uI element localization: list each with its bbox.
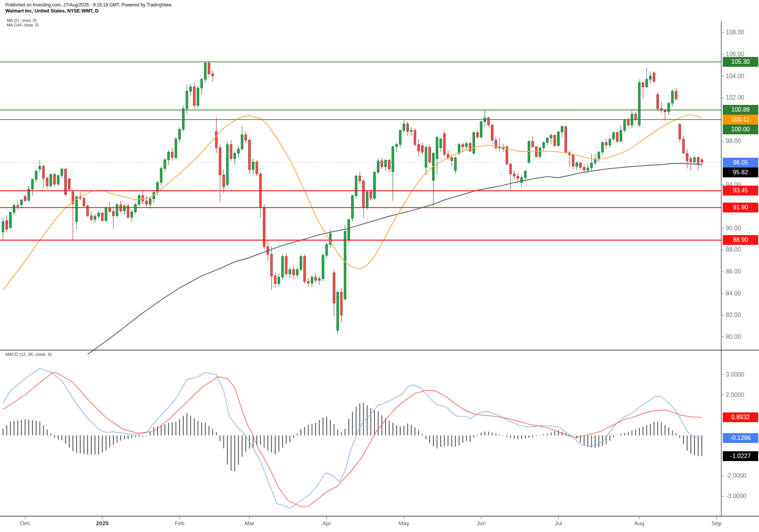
candle-body (68, 179, 71, 189)
chart-plot[interactable] (0, 0, 759, 532)
candle-body (138, 195, 140, 204)
macd-axis-tick: -2.0000 (726, 472, 756, 480)
candle-body (238, 149, 240, 154)
candle-body (179, 129, 181, 139)
time-axis-label-2025: 2025 (89, 520, 116, 526)
candle-body (579, 163, 582, 168)
candle-body (311, 277, 313, 283)
candle-body (587, 168, 589, 170)
candle-body (333, 273, 335, 303)
candle-body (134, 204, 137, 212)
candle-body (204, 63, 207, 79)
candle-body (315, 277, 317, 280)
candle-body (572, 155, 574, 166)
candle-body (373, 172, 376, 198)
candle-body (443, 134, 446, 154)
support-label: 88.90 (723, 235, 758, 245)
time-axis-label-Apr: Apr (313, 520, 340, 526)
candle-body (42, 166, 45, 178)
candle-body (46, 178, 48, 186)
candle-body (602, 142, 604, 152)
candle-body (363, 181, 365, 207)
candle-body (623, 120, 626, 131)
candle-body (642, 83, 644, 87)
candle-body (83, 198, 85, 206)
candle-body (230, 145, 232, 158)
published-note: Published on Investing.com, 27/Aug/2025 … (5, 2, 173, 8)
candle-body (469, 143, 471, 151)
candle-body (436, 137, 438, 158)
candle-body (17, 205, 19, 206)
candle-body (197, 88, 199, 105)
candle-body (399, 131, 401, 145)
price-axis-tick: 88.00 (726, 246, 756, 254)
support-label: 91.90 (723, 203, 758, 212)
ma144-legend: MA (144, close, 0) (7, 23, 39, 27)
candle-body (90, 216, 93, 220)
candle-body (164, 160, 166, 168)
candle-body (543, 142, 545, 148)
candle-body (270, 254, 273, 276)
candle-body (116, 205, 118, 216)
candle-body (223, 175, 225, 187)
candle-body (521, 178, 523, 183)
candle-body (668, 103, 670, 112)
candle-body (57, 175, 59, 184)
time-axis-label-Dec: Dec (12, 520, 38, 526)
candle-body (616, 132, 619, 141)
candle-body (215, 132, 218, 148)
candle-body (304, 257, 306, 281)
candle-body (171, 152, 173, 157)
candle-body (201, 79, 203, 88)
candle-body (576, 163, 578, 166)
candle-body (477, 132, 479, 137)
candle-body (39, 166, 41, 169)
candle-body (609, 139, 611, 145)
candle-body (168, 152, 170, 160)
macd-axis-tick: -3.0000 (726, 492, 756, 500)
candle-body (208, 63, 210, 74)
candle-body (145, 201, 148, 204)
candle-body (370, 192, 372, 198)
candle-body (509, 164, 512, 174)
candle-body (664, 110, 666, 112)
candle-body (388, 160, 390, 169)
candle-body (131, 212, 133, 217)
candle-body (322, 255, 324, 279)
candle-body (535, 147, 538, 157)
candle-body (638, 83, 640, 125)
time-axis-label-Sep: Sep (703, 520, 730, 526)
resistance-label: 100.88 (723, 105, 758, 115)
candle-body (414, 131, 416, 145)
candle-body (241, 135, 243, 149)
candle-body (326, 244, 328, 255)
candle-body (403, 124, 405, 130)
candle-body (612, 132, 615, 139)
candle-body (465, 143, 467, 147)
time-axis-label-May: May (391, 520, 417, 526)
candle-body (348, 220, 350, 240)
candle-body (418, 145, 420, 151)
candle-body (9, 212, 12, 228)
candle-body (35, 171, 37, 180)
candle-body (61, 169, 63, 175)
candle-body (646, 79, 648, 87)
candle-body (458, 145, 460, 153)
price-axis-tick: 82.00 (726, 311, 756, 319)
candle-body (211, 74, 214, 76)
candle-body (605, 142, 608, 145)
price-axis-tick: 104.00 (726, 72, 756, 80)
chart-root: Published on Investing.com, 27/Aug/2025 … (0, 0, 759, 532)
candle-body (532, 141, 534, 146)
candle-body (487, 118, 490, 125)
candle-body (539, 148, 541, 157)
candle-body (440, 139, 442, 148)
candle-body (473, 132, 475, 153)
macd-axis-tick: 2.0000 (726, 391, 756, 399)
candle-body (256, 162, 258, 174)
candle-body (123, 206, 126, 211)
candle-body (447, 154, 449, 158)
candle-body (557, 132, 560, 146)
candle-body (112, 211, 114, 216)
candle-body (278, 277, 280, 283)
